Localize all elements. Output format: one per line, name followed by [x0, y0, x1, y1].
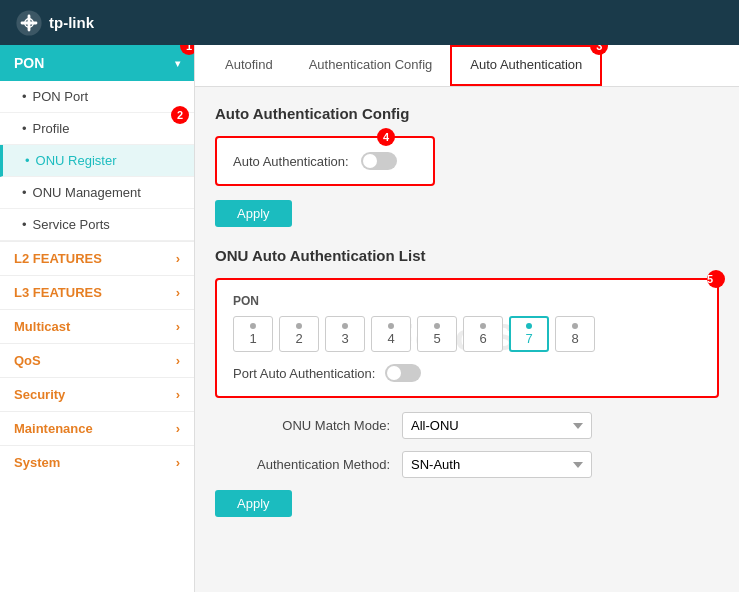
sidebar-section-l3[interactable]: L3 FEATURES ›	[0, 275, 194, 309]
sidebar-item-onu-register[interactable]: • ONU Register	[0, 145, 194, 177]
main-content: Autofind Authentication Config Auto Auth…	[195, 45, 739, 592]
sidebar-section-maintenance[interactable]: Maintenance ›	[0, 411, 194, 445]
port-dot	[572, 323, 578, 329]
onu-match-select[interactable]: All-ONU SN-Auth Password-Auth	[402, 412, 592, 439]
sidebar-section-label: Multicast	[14, 319, 70, 334]
sidebar-section-label: Security	[14, 387, 65, 402]
onu-match-label: ONU Match Mode:	[215, 418, 390, 433]
auth-method-row: Authentication Method: SN-Auth Password-…	[215, 451, 719, 478]
dot-icon: •	[22, 89, 27, 104]
port-btn-2[interactable]: 2	[279, 316, 319, 352]
badge-4: 4	[377, 128, 395, 146]
section2-title: ONU Auto Authentication List	[215, 247, 719, 264]
chevron-right-icon: ›	[176, 251, 180, 266]
sidebar-item-label: PON Port	[33, 89, 89, 104]
tab-authentication-config[interactable]: Authentication Config	[291, 45, 451, 86]
onu-list-box: 5 ForoISP PON 1 2 3 4 5 6 7 8	[215, 278, 719, 398]
sidebar-section-label: L3 FEATURES	[14, 285, 102, 300]
port-dot	[342, 323, 348, 329]
onu-match-row: ONU Match Mode: All-ONU SN-Auth Password…	[215, 412, 719, 439]
dot-icon: •	[22, 217, 27, 232]
sidebar-section-system[interactable]: System ›	[0, 445, 194, 479]
sidebar-item-profile[interactable]: • Profile 2	[0, 113, 194, 145]
header: tp-link	[0, 0, 739, 45]
badge-2: 2	[171, 106, 189, 124]
auto-auth-toggle[interactable]	[361, 152, 397, 170]
port-dot	[296, 323, 302, 329]
sidebar-section-security[interactable]: Security ›	[0, 377, 194, 411]
tp-link-logo-icon	[15, 9, 43, 37]
port-btn-4[interactable]: 4	[371, 316, 411, 352]
sidebar: PON ▾ 1 • PON Port • Profile 2 • ONU Reg…	[0, 45, 195, 592]
port-dot	[480, 323, 486, 329]
layout: PON ▾ 1 • PON Port • Profile 2 • ONU Reg…	[0, 45, 739, 592]
chevron-right-icon: ›	[176, 285, 180, 300]
pon-dropdown[interactable]: PON ▾ 1	[0, 45, 194, 81]
auth-method-label: Authentication Method:	[215, 457, 390, 472]
dot-icon: •	[22, 121, 27, 136]
onu-list-inner: ForoISP PON 1 2 3 4 5 6 7 8 Port Auto Au…	[233, 294, 701, 382]
sidebar-section-multicast[interactable]: Multicast ›	[0, 309, 194, 343]
port-dot	[526, 323, 532, 329]
port-dot	[388, 323, 394, 329]
sidebar-section-label: System	[14, 455, 60, 470]
apply-button-2[interactable]: Apply	[215, 490, 292, 517]
sidebar-item-pon-port[interactable]: • PON Port	[0, 81, 194, 113]
tab-auto-authentication[interactable]: Auto Authentication 3	[450, 45, 602, 86]
sidebar-item-label: Profile	[33, 121, 70, 136]
chevron-right-icon: ›	[176, 387, 180, 402]
port-btn-7[interactable]: 7	[509, 316, 549, 352]
chevron-right-icon: ›	[176, 455, 180, 470]
sidebar-item-label: ONU Management	[33, 185, 141, 200]
apply-button-1[interactable]: Apply	[215, 200, 292, 227]
auto-auth-label: Auto Authentication:	[233, 154, 349, 169]
port-btn-8[interactable]: 8	[555, 316, 595, 352]
sidebar-section-label: QoS	[14, 353, 41, 368]
sidebar-section-l2[interactable]: L2 FEATURES ›	[0, 241, 194, 275]
badge-5: 5	[707, 270, 725, 288]
port-btn-3[interactable]: 3	[325, 316, 365, 352]
badge-1: 1	[180, 45, 195, 55]
pon-dropdown-label: PON	[14, 55, 44, 71]
auto-auth-config-box: 4 Auto Authentication:	[215, 136, 435, 186]
sidebar-section-label: Maintenance	[14, 421, 93, 436]
chevron-right-icon: ›	[176, 353, 180, 368]
content-area: Auto Authentication Config 4 Auto Authen…	[195, 87, 739, 555]
sidebar-section-qos[interactable]: QoS ›	[0, 343, 194, 377]
tabs-bar: Autofind Authentication Config Auto Auth…	[195, 45, 739, 87]
port-dot	[250, 323, 256, 329]
port-auth-label: Port Auto Authentication:	[233, 366, 375, 381]
pon-label: PON	[233, 294, 701, 308]
port-auth-toggle[interactable]	[385, 364, 421, 382]
sidebar-item-onu-management[interactable]: • ONU Management	[0, 177, 194, 209]
chevron-right-icon: ›	[176, 319, 180, 334]
dot-icon: •	[25, 153, 30, 168]
logo-text: tp-link	[49, 14, 94, 31]
auth-method-select[interactable]: SN-Auth Password-Auth Both	[402, 451, 592, 478]
sidebar-section-label: L2 FEATURES	[14, 251, 102, 266]
sidebar-item-label: ONU Register	[36, 153, 117, 168]
port-dot	[434, 323, 440, 329]
sidebar-item-label: Service Ports	[33, 217, 110, 232]
port-buttons-row: 1 2 3 4 5 6 7 8	[233, 316, 701, 352]
tab-autofind[interactable]: Autofind	[207, 45, 291, 86]
svg-rect-2	[28, 14, 31, 31]
badge-3: 3	[590, 45, 608, 55]
port-btn-6[interactable]: 6	[463, 316, 503, 352]
section1-title: Auto Authentication Config	[215, 105, 719, 122]
port-btn-5[interactable]: 5	[417, 316, 457, 352]
dot-icon: •	[22, 185, 27, 200]
sidebar-item-service-ports[interactable]: • Service Ports	[0, 209, 194, 241]
chevron-right-icon: ›	[176, 421, 180, 436]
logo: tp-link	[15, 9, 94, 37]
chevron-down-icon: ▾	[175, 58, 180, 69]
port-btn-1[interactable]: 1	[233, 316, 273, 352]
port-auth-row: Port Auto Authentication:	[233, 364, 701, 382]
